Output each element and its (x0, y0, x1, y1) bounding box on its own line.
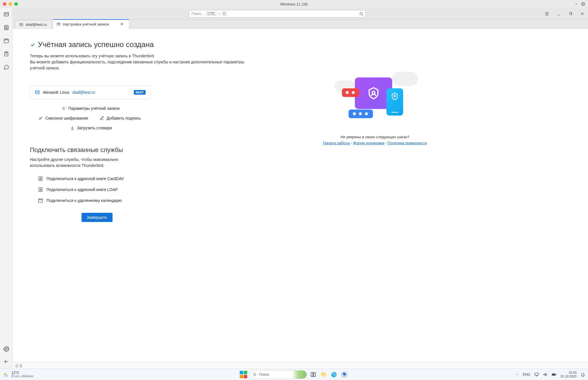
tray-clock[interactable]: 19:20 01.10.2023 (561, 371, 577, 378)
tray-date: 01.10.2023 (561, 375, 577, 378)
tab-account-setup-label: Настройка учётной записи (63, 22, 109, 26)
tab-inbox[interactable]: sbaf@test.ru (16, 20, 52, 28)
svg-rect-4 (4, 39, 8, 43)
sub-line-1: Теперь вы можете использовать эту учётну… (30, 53, 168, 59)
gear-icon[interactable] (581, 2, 585, 6)
action-signature[interactable]: Добавить подпись (100, 116, 141, 120)
taskbar-weather[interactable]: 12°C В осн. облачно (3, 371, 33, 378)
kbd-plus: + (218, 12, 220, 15)
window-maximize-mac[interactable] (14, 2, 18, 6)
svg-point-3 (5, 26, 7, 28)
tab-close-button[interactable]: ✕ (119, 22, 124, 27)
action-e2e[interactable]: Сквозное шифрование (38, 116, 88, 120)
app-menu-button[interactable] (544, 11, 550, 16)
link-privacy-policy[interactable]: Политика приватности (388, 141, 427, 145)
window-minimize-mac[interactable] (9, 2, 12, 6)
service-ldap[interactable]: Подключиться к адресной книге LDAP (38, 187, 168, 192)
tray-battery-icon[interactable] (552, 372, 557, 377)
tab-strip: sbaf@test.ru Настройка учётной записи ✕ (13, 20, 588, 29)
link-support-forum[interactable]: Форум поддержки (353, 141, 384, 145)
services-desc: Настройте другие службы, чтобы максималь… (30, 157, 133, 169)
tray-language[interactable]: ENG (523, 373, 530, 377)
service-calendar[interactable]: Подключиться к удаленному календарю (38, 198, 168, 203)
vm-titlebar: Windows 11 23b (0, 0, 588, 8)
sync-icon[interactable]: ((○)) (16, 364, 22, 368)
action-account-settings[interactable]: Параметры учётной записи (56, 106, 168, 111)
calendar-space[interactable] (2, 37, 10, 45)
svg-rect-24 (314, 373, 316, 376)
settings-space[interactable] (2, 345, 10, 353)
mail-icon (35, 90, 40, 95)
page-heading: Учётная запись успешно создана (30, 40, 168, 49)
search-wrap: Поиск… CTRL + K (189, 10, 366, 17)
left-column: Учётная запись успешно создана Теперь вы… (30, 40, 168, 356)
addressbook-icon (38, 187, 43, 192)
collapse-space[interactable] (2, 358, 10, 366)
window-close-mac[interactable] (3, 2, 6, 6)
task-view[interactable] (309, 371, 317, 379)
content-area: Учётная запись успешно создана Теперь вы… (13, 29, 588, 369)
taskbar-right: ENG 19:20 01.10.2023 (515, 371, 585, 378)
download-icon (70, 126, 75, 130)
tab-account-setup[interactable]: Настройка учётной записи ✕ (53, 19, 129, 29)
red-pill: ✱ ✱ (342, 88, 359, 97)
checkmark-icon (30, 42, 36, 48)
linked-services-section: Подключить связанные службы Настройте др… (30, 146, 168, 203)
svg-point-22 (253, 373, 256, 375)
windows-taskbar: 12°C В осн. облачно Поиск ENG 19:20 01.1… (0, 369, 588, 380)
finish-button[interactable]: Завершить (82, 213, 113, 222)
start-button[interactable] (240, 371, 247, 378)
svg-point-15 (40, 178, 41, 179)
tray-volume-icon[interactable] (543, 372, 548, 377)
weather-desc: В осн. облачно (11, 375, 33, 378)
sep2: - (384, 141, 388, 145)
blue-card-icon (386, 88, 403, 116)
action-dictionaries-label: Загрузить словари (77, 126, 112, 130)
tray-display-icon[interactable] (534, 372, 539, 377)
svg-rect-23 (311, 373, 313, 376)
chat-space[interactable] (2, 63, 10, 71)
account-actions: Параметры учётной записи Сквозное шифров… (30, 106, 168, 130)
taskbar-search[interactable]: Поиск (249, 370, 307, 379)
addressbook-icon (38, 176, 43, 181)
thunderbird-app: Поиск… CTRL + K sbaf@test.ru (0, 8, 588, 369)
action-dictionaries[interactable]: Загрузить словари (56, 126, 168, 130)
window-restore-button[interactable] (568, 12, 572, 16)
svg-point-12 (63, 108, 64, 109)
service-ldap-label: Подключиться к адресной книге LDAP (47, 187, 118, 192)
mail-space[interactable] (2, 10, 10, 18)
imap-badge: IMAP (134, 90, 146, 95)
global-search[interactable]: Поиск… CTRL + K (189, 10, 366, 17)
thunderbird-app-icon[interactable] (340, 371, 348, 379)
dropdown-icon[interactable] (574, 2, 578, 6)
tasks-space[interactable] (2, 50, 10, 58)
search-icon[interactable] (359, 11, 363, 16)
svg-point-13 (39, 118, 41, 119)
kbd-ctrl: CTRL (206, 12, 216, 15)
file-explorer[interactable] (320, 371, 328, 379)
service-carddav-label: Подключиться к адресной книге CardDAV (47, 176, 124, 181)
key-icon (38, 116, 43, 120)
kbd-k: K (222, 12, 227, 15)
window-minimize-button[interactable] (557, 12, 561, 16)
svg-point-17 (40, 189, 41, 190)
link-getting-started[interactable]: Начало работы (323, 141, 350, 145)
taskbar-search-label: Поиск (259, 372, 269, 377)
calendar-icon (38, 198, 43, 203)
help-links: Начало работы - Форум поддержки - Полити… (323, 141, 427, 145)
addressbook-space[interactable] (2, 24, 10, 32)
tray-time: 19:20 (568, 371, 577, 374)
taskbar-center: Поиск (240, 370, 348, 379)
svg-point-6 (5, 348, 7, 350)
action-e2e-label: Сквозное шифрование (45, 116, 88, 120)
svg-rect-28 (535, 373, 538, 375)
svg-point-19 (372, 91, 375, 94)
tray-chevron-icon[interactable] (515, 373, 519, 376)
tab-inbox-label: sbaf@test.ru (26, 22, 47, 27)
service-carddav[interactable]: Подключиться к адресной книге CardDAV (38, 176, 168, 181)
tray-notifications-icon[interactable] (581, 372, 585, 377)
account-name: Alexandr Linux (43, 90, 69, 95)
window-close-button[interactable] (580, 11, 585, 16)
edge-browser[interactable] (330, 371, 338, 379)
spaces-sidebar (0, 8, 13, 369)
